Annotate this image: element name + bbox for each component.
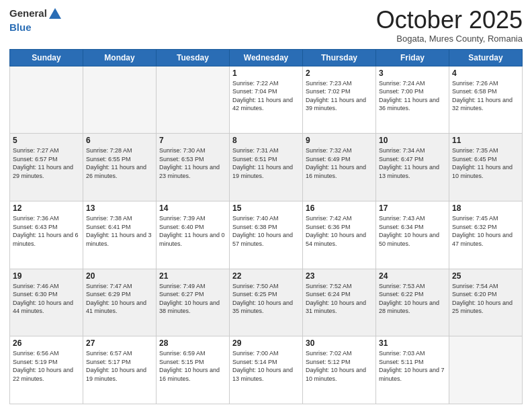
day-info: Sunrise: 7:26 AMSunset: 6:58 PMDaylight:… [452, 79, 519, 113]
calendar-cell: 15Sunrise: 7:40 AMSunset: 6:38 PMDayligh… [230, 201, 303, 269]
calendar-cell: 25Sunrise: 7:54 AMSunset: 6:20 PMDayligh… [449, 269, 523, 336]
day-info: Sunrise: 7:52 AMSunset: 6:24 PMDaylight:… [306, 282, 373, 316]
day-info: Sunrise: 7:40 AMSunset: 6:38 PMDaylight:… [232, 214, 300, 248]
calendar-cell: 19Sunrise: 7:46 AMSunset: 6:30 PMDayligh… [10, 269, 83, 336]
day-number: 27 [86, 338, 153, 348]
calendar-cell: 23Sunrise: 7:52 AMSunset: 6:24 PMDayligh… [303, 269, 376, 336]
day-info: Sunrise: 7:50 AMSunset: 6:25 PMDaylight:… [232, 282, 300, 316]
calendar-cell: 29Sunrise: 7:00 AMSunset: 5:14 PMDayligh… [230, 336, 303, 404]
weekday-header-row: SundayMondayTuesdayWednesdayThursdayFrid… [10, 49, 523, 66]
calendar-cell: 14Sunrise: 7:39 AMSunset: 6:40 PMDayligh… [157, 201, 230, 269]
logo: General Blue [9, 7, 63, 34]
calendar-cell: 13Sunrise: 7:38 AMSunset: 6:41 PMDayligh… [83, 201, 157, 269]
day-info: Sunrise: 7:22 AMSunset: 7:04 PMDaylight:… [232, 79, 300, 113]
day-number: 13 [86, 203, 153, 213]
calendar-cell [10, 66, 83, 134]
calendar-week-row: 19Sunrise: 7:46 AMSunset: 6:30 PMDayligh… [10, 269, 523, 336]
day-info: Sunrise: 7:49 AMSunset: 6:27 PMDaylight:… [159, 282, 226, 316]
calendar-cell: 24Sunrise: 7:53 AMSunset: 6:22 PMDayligh… [376, 269, 449, 336]
calendar-table: SundayMondayTuesdayWednesdayThursdayFrid… [9, 49, 523, 404]
calendar-cell [157, 66, 230, 134]
day-info: Sunrise: 6:57 AMSunset: 5:17 PMDaylight:… [86, 349, 153, 383]
calendar-cell [83, 66, 157, 134]
day-info: Sunrise: 7:34 AMSunset: 6:47 PMDaylight:… [379, 146, 446, 180]
day-info: Sunrise: 7:45 AMSunset: 6:32 PMDaylight:… [452, 214, 519, 248]
weekday-header: Sunday [10, 49, 83, 66]
calendar-cell: 8Sunrise: 7:31 AMSunset: 6:51 PMDaylight… [230, 134, 303, 201]
calendar-cell: 12Sunrise: 7:36 AMSunset: 6:43 PMDayligh… [10, 201, 83, 269]
calendar-cell: 28Sunrise: 6:59 AMSunset: 5:15 PMDayligh… [157, 336, 230, 404]
day-number: 12 [13, 203, 80, 213]
weekday-header: Friday [376, 49, 449, 66]
calendar-cell: 6Sunrise: 7:28 AMSunset: 6:55 PMDaylight… [83, 134, 157, 201]
day-number: 19 [13, 271, 80, 281]
calendar-week-row: 12Sunrise: 7:36 AMSunset: 6:43 PMDayligh… [10, 201, 523, 269]
day-number: 24 [379, 271, 446, 281]
day-number: 21 [159, 271, 226, 281]
calendar-cell: 16Sunrise: 7:42 AMSunset: 6:36 PMDayligh… [303, 201, 376, 269]
weekday-header: Wednesday [230, 49, 303, 66]
calendar-cell: 1Sunrise: 7:22 AMSunset: 7:04 PMDaylight… [230, 66, 303, 134]
day-number: 14 [159, 203, 226, 213]
location: Bogata, Mures County, Romania [376, 34, 523, 44]
day-number: 28 [159, 338, 226, 348]
calendar-cell [449, 336, 523, 404]
svg-marker-0 [49, 8, 61, 19]
day-info: Sunrise: 7:38 AMSunset: 6:41 PMDaylight:… [86, 214, 153, 248]
day-info: Sunrise: 7:03 AMSunset: 5:11 PMDaylight:… [379, 349, 446, 383]
calendar-cell: 18Sunrise: 7:45 AMSunset: 6:32 PMDayligh… [449, 201, 523, 269]
day-number: 16 [306, 203, 373, 213]
day-number: 3 [379, 68, 446, 78]
day-info: Sunrise: 7:36 AMSunset: 6:43 PMDaylight:… [13, 214, 80, 248]
page: General Blue October 2025 Bogata, Mures … [0, 0, 532, 411]
calendar-cell: 21Sunrise: 7:49 AMSunset: 6:27 PMDayligh… [157, 269, 230, 336]
day-number: 30 [306, 338, 373, 348]
weekday-header: Saturday [449, 49, 523, 66]
day-number: 9 [306, 136, 373, 145]
day-number: 17 [379, 203, 446, 213]
day-number: 5 [13, 136, 80, 145]
calendar-cell: 17Sunrise: 7:43 AMSunset: 6:34 PMDayligh… [376, 201, 449, 269]
day-number: 23 [306, 271, 373, 281]
calendar-cell: 22Sunrise: 7:50 AMSunset: 6:25 PMDayligh… [230, 269, 303, 336]
day-info: Sunrise: 7:30 AMSunset: 6:53 PMDaylight:… [159, 146, 226, 180]
calendar-cell: 2Sunrise: 7:23 AMSunset: 7:02 PMDaylight… [303, 66, 376, 134]
calendar-cell: 7Sunrise: 7:30 AMSunset: 6:53 PMDaylight… [157, 134, 230, 201]
day-number: 2 [306, 68, 373, 78]
logo-icon [48, 7, 62, 21]
day-number: 1 [232, 68, 300, 78]
weekday-header: Thursday [303, 49, 376, 66]
day-number: 25 [452, 271, 519, 281]
calendar-cell: 4Sunrise: 7:26 AMSunset: 6:58 PMDaylight… [449, 66, 523, 134]
day-info: Sunrise: 7:39 AMSunset: 6:40 PMDaylight:… [159, 214, 226, 248]
day-info: Sunrise: 7:27 AMSunset: 6:57 PMDaylight:… [13, 146, 80, 180]
calendar-week-row: 26Sunrise: 6:56 AMSunset: 5:19 PMDayligh… [10, 336, 523, 404]
day-number: 8 [232, 136, 300, 145]
day-info: Sunrise: 7:43 AMSunset: 6:34 PMDaylight:… [379, 214, 446, 248]
day-number: 26 [13, 338, 80, 348]
day-info: Sunrise: 7:35 AMSunset: 6:45 PMDaylight:… [452, 146, 519, 180]
logo-blue: Blue [9, 21, 32, 33]
day-number: 7 [159, 136, 226, 145]
day-number: 29 [232, 338, 300, 348]
calendar-cell: 27Sunrise: 6:57 AMSunset: 5:17 PMDayligh… [83, 336, 157, 404]
calendar-cell: 11Sunrise: 7:35 AMSunset: 6:45 PMDayligh… [449, 134, 523, 201]
weekday-header: Tuesday [157, 49, 230, 66]
logo-general: General [9, 7, 47, 19]
day-number: 15 [232, 203, 300, 213]
calendar-cell: 9Sunrise: 7:32 AMSunset: 6:49 PMDaylight… [303, 134, 376, 201]
calendar-cell: 30Sunrise: 7:02 AMSunset: 5:12 PMDayligh… [303, 336, 376, 404]
day-number: 31 [379, 338, 446, 348]
day-number: 22 [232, 271, 300, 281]
calendar-week-row: 5Sunrise: 7:27 AMSunset: 6:57 PMDaylight… [10, 134, 523, 201]
calendar-cell: 5Sunrise: 7:27 AMSunset: 6:57 PMDaylight… [10, 134, 83, 201]
day-number: 20 [86, 271, 153, 281]
title-block: October 2025 Bogata, Mures County, Roman… [376, 7, 523, 44]
day-number: 6 [86, 136, 153, 145]
day-info: Sunrise: 7:47 AMSunset: 6:29 PMDaylight:… [86, 282, 153, 316]
day-number: 10 [379, 136, 446, 145]
day-info: Sunrise: 7:53 AMSunset: 6:22 PMDaylight:… [379, 282, 446, 316]
day-info: Sunrise: 6:59 AMSunset: 5:15 PMDaylight:… [159, 349, 226, 383]
day-info: Sunrise: 7:24 AMSunset: 7:00 PMDaylight:… [379, 79, 446, 113]
logo-text: General Blue [9, 7, 63, 34]
